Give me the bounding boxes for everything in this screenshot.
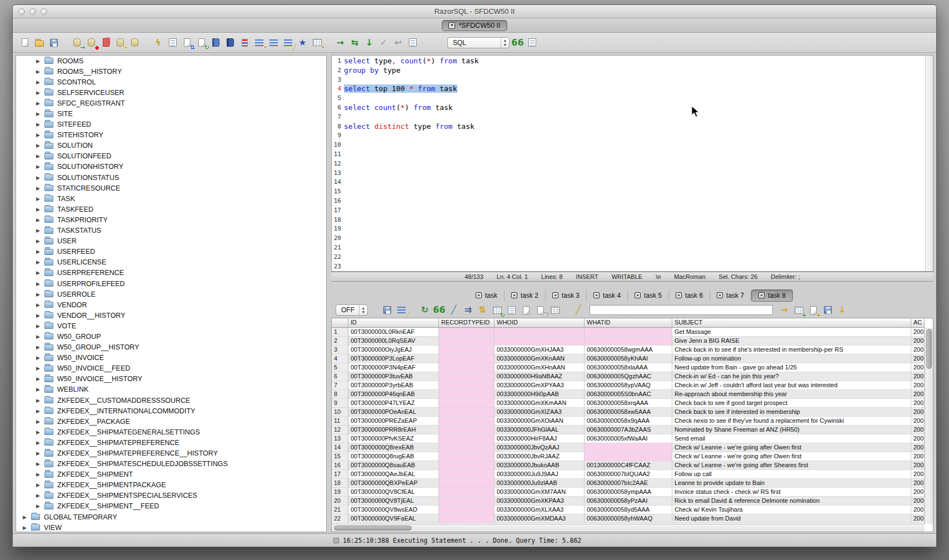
cell-id[interactable]: 00T3000000Q8rexEAB [348,443,439,452]
tree-item-w50_group__history[interactable]: ▶W50_GROUP__HISTORY [16,342,326,353]
cell-id[interactable]: 00T3000000P3tuvEAB [348,372,439,381]
cell-ac[interactable]: 200 [911,372,925,381]
table-row[interactable]: 1800T3000000QBXPeEAP0033000000Ju9zlAAB00… [332,479,925,488]
cell-id[interactable]: 00T3000000P47LYEAZ [348,399,439,408]
disclosure-triangle-icon[interactable]: ▶ [36,376,44,382]
table-row[interactable]: 1900T3000000QV8CfEAL0033000000GmXM7AAN00… [332,488,925,497]
describe-table-icon[interactable] [166,36,179,49]
tree-item-global temporary[interactable]: ▶GLOBAL TEMPORARY [16,512,326,522]
column-header-RECORDTYPEID[interactable]: RECORDTYPEID [439,318,495,328]
table-row[interactable]: 1500T3000000Q8rugEAB0033000000JbvRJAAZCh… [332,452,925,461]
cell-recordtypeid[interactable] [439,337,495,346]
table-row[interactable]: 1000T3000000POeAnEAL0033000000GmXIZAA300… [332,408,925,417]
disconnect-icon[interactable]: ◆ [85,36,98,49]
table-row[interactable]: 1400T3000000Q8rexEAB0033000000JbvQzAAJCh… [332,443,925,452]
disclosure-triangle-icon[interactable]: ▶ [23,514,31,520]
disclosure-triangle-icon[interactable]: ▶ [36,344,44,350]
disclosure-triangle-icon[interactable]: ▶ [36,440,44,446]
disclosure-triangle-icon[interactable]: ▶ [36,398,44,403]
cell-recordtypeid[interactable] [439,346,495,354]
disclosure-triangle-icon[interactable]: ▶ [36,451,44,456]
cell-whoid[interactable]: 0033000000Ju9zlAAB [495,479,585,488]
cell-whoid[interactable]: 0033000000GmXHnAAN [495,363,585,372]
cell-whatid[interactable]: 006300000058xrqAAA [585,399,672,408]
tree-item-w50_invoice[interactable]: ▶W50_INVOICE [16,353,326,363]
column-header-WHATID[interactable]: WHATID [585,318,672,328]
result-tab-task-8[interactable]: ×task 8 [751,289,793,302]
editor-line[interactable]: 17 [332,206,925,216]
tree-item-rooms[interactable]: ▶ROOMS [16,56,326,66]
cell-whoid[interactable]: 0033000000GmXMDAA3 [495,514,585,523]
cell-id[interactable]: 00T3000000QAeJbEAL [348,470,439,479]
cell-ac[interactable]: 200 [911,363,925,372]
scrollbar-thumb[interactable] [334,526,412,531]
cell-whatid[interactable]: 006300000058xlaAAA [585,363,672,372]
column-header-SUBJECT[interactable]: SUBJECT [672,318,911,328]
table-row[interactable]: 1700T3000000QAeJbEAL0033000000Ju9J9AAJ00… [332,470,925,479]
rollback-icon[interactable]: ↩ [392,36,404,49]
disclosure-triangle-icon[interactable]: ▶ [36,334,44,339]
cell-ac[interactable]: 200 [911,506,925,514]
editor-line[interactable]: 16 [332,197,925,206]
cell-recordtypeid[interactable] [439,443,495,452]
editor-line[interactable]: 15 [332,187,925,197]
cell-subject[interactable]: Rick to email David & reference Delmonte… [672,497,911,506]
table-row[interactable]: 300T3000000OiyJgEAJ0033000000GmXHJAA3006… [332,346,925,354]
cell-recordtypeid[interactable] [439,470,495,479]
cell-id[interactable]: 00T3000000PfvKSEAZ [348,434,439,443]
cell-subject[interactable]: Check-in w/ Jeff - couldn't afford last … [672,381,911,390]
sql-editor[interactable]: 1select type, count(*) from task2group b… [332,56,925,271]
tree-item-userfeed[interactable]: ▶USERFEED [16,247,326,257]
tree-item-view[interactable]: ▶VIEW [16,522,326,532]
close-tab-icon[interactable]: × [676,292,682,298]
cell-ac[interactable]: 200 [911,443,925,452]
editor-line[interactable]: 21 [332,243,925,253]
cell-id[interactable]: 00T3000000QV8wsEAD [348,506,439,514]
form-view-icon[interactable] [505,304,518,317]
column-header-WHOID[interactable]: WHOID [495,318,585,328]
tree-item-w50_invoice__feed[interactable]: ▶W50_INVOICE__FEED [16,363,326,374]
edit-sql-icon[interactable]: ╱ [282,36,294,49]
disclosure-triangle-icon[interactable]: ▶ [36,175,44,181]
disclosure-triangle-icon[interactable]: ▶ [36,207,44,212]
cell-id[interactable]: 00T3000000Q8sauEAB [348,461,439,470]
result-tab-task-3[interactable]: ×task 3 [546,290,587,301]
cell-whatid[interactable]: 00630000005QgzhAAC [585,372,672,381]
disclosure-triangle-icon[interactable]: ▶ [36,493,44,498]
cell-whatid[interactable]: 00630000005xfWaAAI [585,434,672,443]
editor-line[interactable]: 1select type, count(*) from task [332,57,925,66]
disclosure-triangle-icon[interactable]: ▶ [36,270,44,276]
cell-whatid[interactable]: 00630000007A3bZAAS [585,426,672,434]
table-row[interactable]: 1100T3000000PREZaEAP0033000000GmXOiAAN00… [332,417,925,426]
filter-results-icon[interactable]: ╱ [395,304,408,317]
tree-item-zkfedex__shipment[interactable]: ▶ZKFEDEX__SHIPMENT [16,469,326,480]
disclosure-triangle-icon[interactable]: ▶ [36,58,44,64]
table-row[interactable]: 2000T3000000QV8TjEAL0033000000GmXKPAA300… [332,497,925,506]
edit-cell-icon[interactable]: ╱ [447,304,460,317]
tree-item-taskpriority[interactable]: ▶TASKPRIORITY [16,214,326,225]
refresh-results-icon[interactable]: ↻ [418,304,431,317]
new-connection-icon[interactable]: + [114,36,127,49]
cell-subject[interactable]: Leanne to provide update to Bain [672,479,911,488]
execute-sql-icon[interactable]: → [334,36,347,49]
disclosure-triangle-icon[interactable]: ▶ [36,355,44,361]
cell-id[interactable]: 00T3000000PREZaEAP [348,417,439,426]
tree-view-icon[interactable]: ⇉ [462,304,474,317]
column-header-ID[interactable]: ID [348,318,439,328]
cell-whatid[interactable]: 006300000058ypVAAQ [585,381,672,390]
save-results-icon[interactable] [381,304,393,317]
disclosure-triangle-icon[interactable]: ▶ [36,292,44,297]
cell-ac[interactable]: 200 [911,337,925,346]
cell-whoid[interactable]: 0033000000GmXPYAA3 [495,381,585,390]
cell-whatid[interactable]: 00630000007bIc2AAE [585,479,672,488]
cell-recordtypeid[interactable] [439,488,495,497]
cell-id[interactable]: 00T3000000P3yrbEAB [348,381,439,390]
table-row[interactable]: 400T3000000P3LopEAF0033000000GmXKnAAN006… [332,354,925,363]
format-sql-icon[interactable]: • [253,36,266,49]
table-row[interactable]: 100T3000000L0RknEAFGet Massage200 [332,328,925,337]
results-search-input[interactable] [590,305,773,315]
tree-item-zkfedex__shipmatepreference[interactable]: ▶ZKFEDEX__SHIPMATEPREFERENCE [16,437,326,448]
panel-splitter[interactable] [327,55,331,532]
cell-recordtypeid[interactable] [439,514,495,523]
cell-ac[interactable]: 200 [911,470,925,479]
